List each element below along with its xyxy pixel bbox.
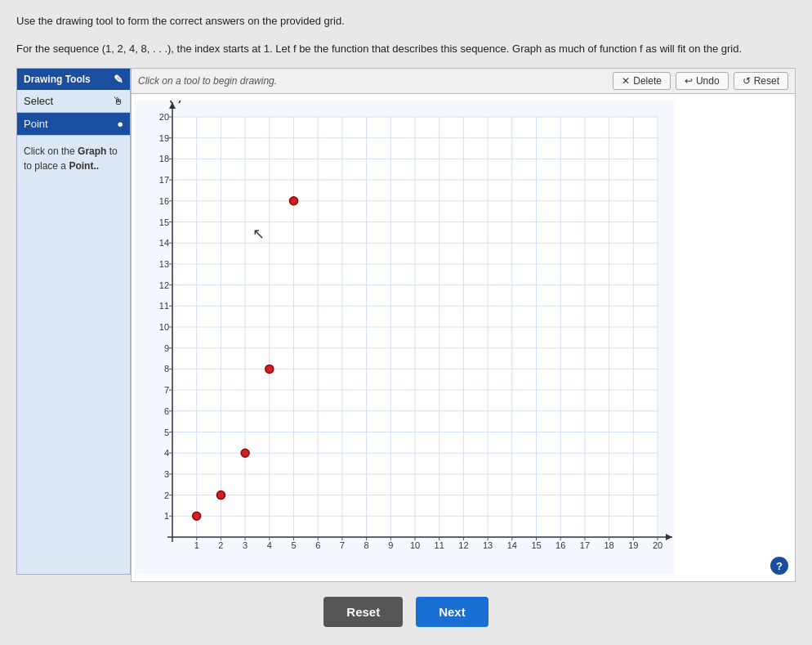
tool-point[interactable]: Point ● bbox=[17, 113, 130, 136]
delete-label: Delete bbox=[633, 75, 662, 87]
graph-container: Click on a tool to begin drawing. ✕ Dele… bbox=[131, 68, 796, 582]
tool-select-label: Select bbox=[24, 95, 53, 107]
undo-button[interactable]: ↩ Undo bbox=[676, 72, 729, 90]
undo-icon: ↩ bbox=[685, 75, 693, 87]
reset-icon: ↺ bbox=[743, 75, 751, 87]
description-to: to bbox=[109, 146, 118, 157]
pin-icon[interactable]: ✎ bbox=[114, 73, 123, 86]
help-button[interactable]: ? bbox=[770, 557, 788, 575]
toolbar-hint: Click on a tool to begin drawing. bbox=[138, 75, 608, 87]
tool-description: Click on the Graph to to place a Point.. bbox=[17, 136, 130, 181]
main-area: Drawing Tools ✎ Select 🖱 Point ● Click o… bbox=[16, 68, 796, 582]
graph-toolbar: Click on a tool to begin drawing. ✕ Dele… bbox=[131, 68, 796, 93]
instructions-line2: For the sequence (1, 2, 4, 8, . . .), th… bbox=[16, 41, 796, 57]
reset-toolbar-button[interactable]: ↺ Reset bbox=[734, 72, 788, 90]
drawing-tools-panel: Drawing Tools ✎ Select 🖱 Point ● Click o… bbox=[16, 68, 131, 575]
bottom-next-button[interactable]: Next bbox=[416, 597, 489, 627]
tool-point-label: Point bbox=[24, 118, 48, 130]
description-graph: Graph bbox=[78, 146, 106, 157]
description-click: Click on the bbox=[24, 146, 75, 157]
bottom-buttons: Reset Next bbox=[16, 597, 796, 627]
graph-canvas[interactable] bbox=[135, 101, 674, 575]
description-point: Point.. bbox=[69, 160, 99, 172]
undo-label: Undo bbox=[696, 75, 720, 87]
instructions-line1: Use the drawing tool to form the correct… bbox=[16, 13, 796, 29]
point-icon: ● bbox=[117, 118, 123, 130]
tools-header-label: Drawing Tools bbox=[24, 74, 91, 85]
description-place: to place a bbox=[24, 160, 66, 172]
delete-button[interactable]: ✕ Delete bbox=[613, 72, 671, 90]
delete-icon: ✕ bbox=[622, 75, 630, 87]
reset-toolbar-label: Reset bbox=[754, 75, 779, 87]
graph-wrapper[interactable]: ? bbox=[131, 93, 796, 582]
select-icon: 🖱 bbox=[113, 95, 123, 107]
tool-select[interactable]: Select 🖱 bbox=[17, 90, 130, 113]
bottom-reset-button[interactable]: Reset bbox=[323, 597, 403, 627]
tools-header: Drawing Tools ✎ bbox=[17, 69, 130, 90]
